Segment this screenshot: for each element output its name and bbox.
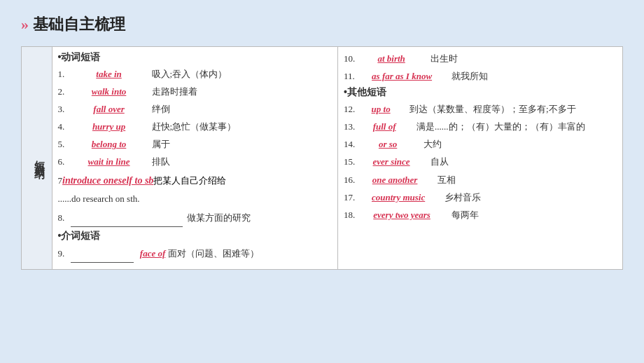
list-item: ......do research on sth. — [58, 191, 332, 207]
list-item: 5. belong to 属于 — [58, 137, 332, 152]
list-item: 17. country music 乡村音乐 — [344, 190, 617, 205]
section2-title: •介词短语 — [58, 230, 332, 242]
left-cell: •动词短语 1. take in 吸入;吞入（体内） 2. walk into … — [52, 47, 338, 270]
entry-phrase: fall over — [71, 102, 148, 117]
entry-phrase: belong to — [71, 137, 148, 152]
entry-num: 6. — [58, 154, 71, 170]
section1-title: •动词短语 — [58, 51, 332, 64]
entry-meaning: 吸入;吞入（体内） — [152, 67, 227, 82]
header: » 基础自主梳理 — [21, 14, 623, 35]
entry-meaning: 把某人自己介绍给 — [153, 175, 226, 186]
entry-phrase: hurry up — [71, 119, 148, 135]
section-icon: » — [21, 15, 26, 34]
entry-blank — [71, 245, 134, 263]
list-item: 13. full of 满是......的；（有）大量的；（有）丰富的 — [344, 119, 617, 135]
label-text: 短语归纳 — [34, 152, 46, 163]
page-title: 基础自主梳理 — [33, 14, 125, 35]
entry-num: 2. — [58, 84, 71, 100]
entry-num: 18. — [344, 207, 356, 223]
section2-right-title: •其他短语 — [344, 86, 617, 99]
entry-meaning: 自从 — [430, 154, 449, 170]
list-item: 3. fall over 绊倒 — [58, 102, 332, 117]
entry-num: 17. — [344, 190, 356, 205]
list-item: 4. hurry up 赶快;急忙（做某事） — [58, 119, 332, 135]
entry-meaning: 做某方面的研究 — [187, 210, 251, 226]
entry-meaning: 就我所知 — [451, 69, 488, 84]
list-item: 12. up to 到达（某数量、程度等）；至多有;不多于 — [344, 102, 617, 117]
list-item: 2. walk into 走路时撞着 — [58, 84, 332, 100]
entry-phrase: up to — [356, 102, 405, 117]
entry-num: 11. — [344, 69, 356, 84]
entry-meaning: 到达（某数量、程度等）；至多有;不多于 — [410, 102, 576, 117]
entry-phrase: full of — [356, 119, 412, 135]
entry-num: 5. — [58, 137, 71, 152]
list-item: 16. one another 互相 — [344, 172, 617, 188]
entry-meaning: 互相 — [438, 172, 456, 188]
entry-blank — [71, 210, 183, 227]
list-item: 11. as far as I know 就我所知 — [344, 69, 617, 84]
entry-meaning: 大约 — [424, 137, 442, 152]
entry-num: 13. — [344, 119, 356, 135]
entry-phrase: take in — [71, 67, 148, 82]
label-cell: 短语归纳 — [22, 47, 52, 270]
entry-num: 14. — [344, 137, 356, 152]
entry-phrase: one another — [356, 172, 433, 188]
chevron-double-icon: » — [21, 15, 26, 34]
entry-meaning: 出生时 — [430, 51, 458, 67]
entry-phrase: ever since — [356, 154, 426, 170]
entry-num: 4. — [58, 119, 71, 135]
entry-meaning: 排队 — [152, 154, 170, 170]
list-item: 18. every two years 每两年 — [344, 207, 617, 223]
entry-meaning: 每两年 — [451, 207, 479, 223]
main-table: 短语归纳 •动词短语 1. take in 吸入;吞入（体内） 2. walk … — [21, 46, 623, 270]
entry-num: 3. — [58, 102, 71, 117]
entry-phrase: every two years — [356, 207, 447, 223]
entry-phrase: introduce oneself to sb — [62, 175, 153, 186]
entry-num: 10. — [344, 51, 356, 67]
list-item: 9. face of 面对（问题、困难等） — [58, 245, 332, 263]
entry-num: 12. — [344, 102, 356, 117]
entry-num: 8. — [58, 210, 71, 226]
list-item: 1. take in 吸入;吞入（体内） — [58, 67, 332, 82]
entry-phrase: or so — [356, 137, 419, 152]
entry-phrase: country music — [356, 190, 440, 205]
entry-num: 15. — [344, 154, 356, 170]
list-item: 6. wait in line 排队 — [58, 154, 332, 170]
entry-meaning: 赶快;急忙（做某事） — [152, 119, 237, 135]
list-item: 8. 做某方面的研究 — [58, 210, 332, 227]
entry-meaning: 乡村音乐 — [444, 190, 481, 205]
entry-phrase: as far as I know — [356, 69, 447, 84]
entry-meaning: face of 面对（问题、困难等） — [138, 246, 259, 261]
entry-num: 9. — [58, 246, 71, 261]
entry-meaning: 满是......的；（有）大量的；（有）丰富的 — [416, 119, 585, 135]
list-item: 7introduce oneself to sb把某人自己介绍给 — [58, 172, 332, 189]
entry-num: 16. — [344, 172, 356, 188]
right-cell: 10. at birth 出生时 11. as far as I know 就我… — [338, 47, 623, 270]
entry-meaning: 绊倒 — [152, 102, 170, 117]
list-item: 14. or so 大约 — [344, 137, 617, 152]
entry-phrase: wait in line — [71, 154, 148, 170]
page-container: » 基础自主梳理 短语归纳 •动词短语 1. take in 吸入;吞入（体内）… — [0, 0, 644, 363]
entry-num: 1. — [58, 67, 71, 82]
entry-phrase: at birth — [356, 51, 426, 67]
entry-meaning: 走路时撞着 — [152, 84, 197, 100]
entry-meaning: 属于 — [152, 137, 170, 152]
entry-phrase: walk into — [71, 84, 148, 100]
list-item: 15. ever since 自从 — [344, 154, 617, 170]
entry-sub: ......do research on sth. — [58, 193, 140, 204]
list-item: 10. at birth 出生时 — [344, 51, 617, 67]
